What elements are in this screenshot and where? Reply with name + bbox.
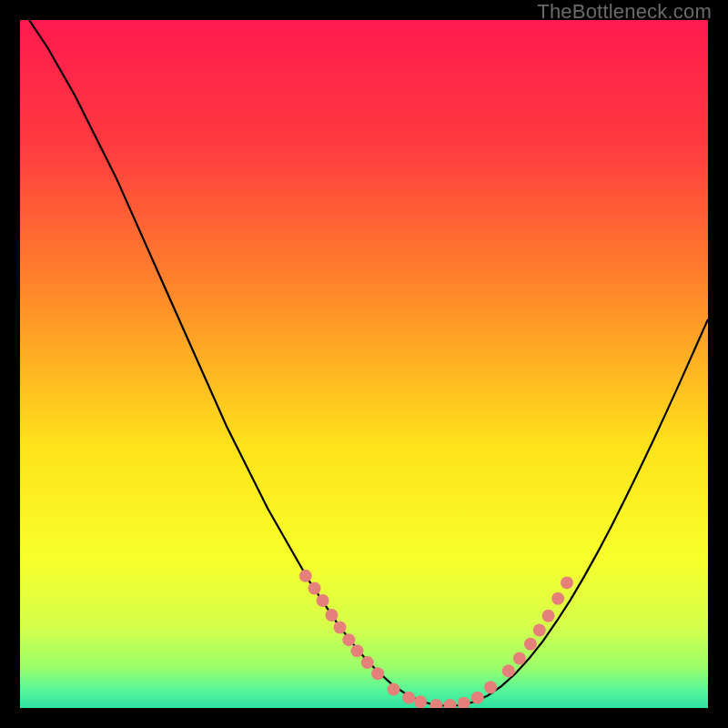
marker-dot: [551, 592, 564, 605]
marker-dot: [533, 624, 546, 637]
gradient-background: [20, 20, 708, 708]
marker-dot: [484, 681, 497, 693]
marker-dot: [317, 594, 329, 607]
marker-dot: [371, 667, 384, 680]
marker-dot: [388, 683, 400, 696]
marker-dot: [402, 692, 415, 704]
marker-dot: [542, 610, 555, 622]
marker-dot: [334, 622, 347, 634]
marker-dot: [350, 644, 363, 657]
marker-dot: [524, 638, 537, 651]
marker-dot: [325, 609, 338, 622]
marker-dot: [471, 692, 484, 704]
marker-dot: [342, 633, 355, 646]
marker-dot: [308, 581, 321, 594]
marker-dot: [414, 695, 427, 708]
marker-dot: [361, 656, 374, 669]
bottleneck-chart: [20, 20, 708, 708]
watermark-text: TheBottleneck.com: [537, 0, 712, 24]
plot-area: [20, 20, 708, 708]
marker-dot: [561, 576, 573, 589]
marker-dot: [513, 652, 526, 665]
marker-dot: [299, 570, 312, 582]
marker-dot: [502, 664, 515, 677]
